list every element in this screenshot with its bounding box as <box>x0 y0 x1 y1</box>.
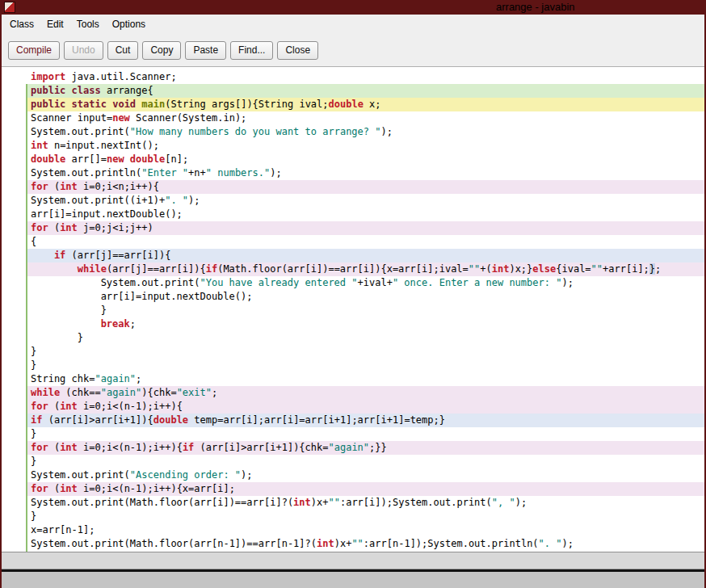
status-bar <box>2 552 704 588</box>
code-token-pl: ( <box>48 222 60 233</box>
code-line-27[interactable]: } <box>27 427 704 441</box>
code-token-kw: int <box>293 497 311 508</box>
cut-button[interactable]: Cut <box>107 41 139 60</box>
menu-options[interactable]: Options <box>106 17 152 32</box>
code-token-pl: System.out.print(Math.floor(arr[i])==arr… <box>31 497 293 508</box>
code-line-4[interactable]: Scanner input=new Scanner(System.in); <box>27 111 704 125</box>
code-token-pl: {ival= <box>556 263 590 275</box>
code-token-str: "You have already entered " <box>200 277 357 288</box>
code-line-15[interactable]: while(arr[j]==arr[i]){if(Math.floor(arr[… <box>27 262 704 276</box>
code-token-pl: arr[i]=input.nextDouble(); <box>31 208 183 220</box>
paste-button[interactable]: Paste <box>185 41 226 60</box>
compile-button[interactable]: Compile <box>8 41 60 60</box>
code-line-3[interactable]: public static void main(String args[]){S… <box>27 98 704 111</box>
code-token-str: "again" <box>329 442 370 453</box>
code-token-pl: (arr[i]>arr[i+1]){chk= <box>194 442 328 453</box>
code-token-pl: ); <box>241 469 252 481</box>
code-line-13[interactable]: { <box>27 235 704 249</box>
code-line-25[interactable]: for (int i=0;i<(n-1);i++){ <box>27 400 704 414</box>
code-token-pl: Scanner(System.in); <box>130 112 247 124</box>
code-line-12[interactable]: for (int j=0;j<i;j++) <box>27 221 704 235</box>
code-line-33[interactable]: } <box>27 510 704 523</box>
code-line-31[interactable]: for (int i=0;i<(n-1);i++){x=arr[i]; <box>27 482 704 496</box>
code-token-kw: while <box>78 263 107 275</box>
code-token-kw: new <box>107 153 124 165</box>
code-line-21[interactable]: } <box>27 345 704 359</box>
code-line-9[interactable]: for (int i=0;i<n;i++){ <box>27 180 704 194</box>
code-token-pl: ); <box>561 277 573 288</box>
code-line-6[interactable]: int n=input.nextInt(); <box>27 139 704 153</box>
code-token-pl: (chk== <box>60 387 101 398</box>
code-line-5[interactable]: System.out.print("How many numbers do yo… <box>27 125 704 139</box>
code-token-pl: arr[]= <box>65 153 107 165</box>
close-button[interactable]: Close <box>277 41 318 60</box>
code-token-pl: (String args[]){String ival; <box>165 99 328 110</box>
window-icon[interactable] <box>4 2 15 13</box>
code-token-pl <box>65 85 71 96</box>
code-token-pl: (arr[j]==arr[i]){ <box>65 250 170 261</box>
code-token-pl: [n]; <box>165 153 188 165</box>
menu-bar: ClassEditToolsOptions <box>2 15 704 34</box>
code-line-8[interactable]: System.out.println("Enter "+n+" numbers.… <box>27 166 704 180</box>
code-token-pl: +( <box>480 263 491 275</box>
code-line-7[interactable]: double arr[]=new double[n]; <box>27 153 704 166</box>
code-token-kw: for <box>31 483 48 494</box>
title-bar[interactable]: arrange - javabin <box>2 0 704 15</box>
code-token-kw: while <box>31 387 60 398</box>
code-line-17[interactable]: arr[i]=input.nextDouble(); <box>27 290 704 304</box>
copy-button[interactable]: Copy <box>142 41 181 60</box>
code-token-kw: if <box>31 414 42 426</box>
code-line-10[interactable]: System.out.print((i+1)+". "); <box>27 194 704 208</box>
code-token-str: ", " <box>492 497 515 508</box>
code-token-str: ". " <box>165 195 188 206</box>
window-title: arrange - javabin <box>496 1 575 13</box>
code-line-34[interactable]: x=arr[n-1]; <box>27 523 704 537</box>
code-token-pl: ); <box>381 126 393 137</box>
code-token-pl: )x+ <box>334 538 352 549</box>
code-line-14[interactable]: if (arr[j]==arr[i]){ <box>27 249 704 262</box>
menu-tools[interactable]: Tools <box>70 17 106 32</box>
code-line-24[interactable]: while (chk=="again"){chk="exit"; <box>27 386 704 400</box>
code-line-22[interactable]: } <box>27 359 704 372</box>
undo-button[interactable]: Undo <box>64 41 103 60</box>
code-token-kw: int <box>60 483 78 494</box>
find-button[interactable]: Find... <box>230 41 273 60</box>
code-line-26[interactable]: if (arr[i]>arr[i+1]){double temp=arr[i];… <box>27 414 704 427</box>
code-line-30[interactable]: System.out.print("Ascending order: "); <box>27 468 704 482</box>
code-token-pl: ( <box>48 483 60 494</box>
code-token-pl: i=0;i<n;i++){ <box>78 181 159 192</box>
code-token-pl: } <box>101 304 107 316</box>
code-token-str: "Enter " <box>141 167 188 178</box>
code-line-16[interactable]: System.out.print("You have already enter… <box>27 276 704 290</box>
code-line-35[interactable]: System.out.print(Math.floor(arr[n-1])==a… <box>27 537 704 551</box>
code-token-pl: } <box>31 359 36 371</box>
menu-class[interactable]: Class <box>3 17 40 32</box>
code-token-pl: (arr[i]>arr[i+1]){ <box>42 414 153 426</box>
code-line-20[interactable]: } <box>27 331 704 345</box>
toolbar: CompileUndoCutCopyPasteFind...Close <box>2 34 704 66</box>
code-line-32[interactable]: System.out.print(Math.floor(arr[i])==arr… <box>27 496 704 510</box>
code-token-pl: System.out.print( <box>101 277 200 288</box>
code-line-18[interactable]: } <box>27 304 704 317</box>
code-token-pl: } <box>31 510 36 522</box>
menu-edit[interactable]: Edit <box>40 17 70 32</box>
code-token-pl: +arr[i]; <box>603 263 649 275</box>
code-token-pl: ; <box>130 318 136 330</box>
code-line-28[interactable]: for (int i=0;i<(n-1);i++){if (arr[i]>arr… <box>27 441 704 455</box>
code-token-pl: ){chk= <box>141 387 176 398</box>
code-token-pl: (Math.floor(arr[i])==arr[i]){x=arr[i];iv… <box>217 263 469 275</box>
code-line-19[interactable]: break; <box>27 317 704 331</box>
code-token-pl: :arr[i]);System.out.print( <box>340 497 492 508</box>
code-line-2[interactable]: public class arrange{ <box>27 84 704 98</box>
code-line-11[interactable]: arr[i]=input.nextDouble(); <box>27 208 704 221</box>
code-token-pl: +n+ <box>188 167 206 178</box>
code-token-kw: new <box>112 112 130 124</box>
code-token-pl: j=0;j<i;j++) <box>78 222 153 233</box>
code-line-23[interactable]: String chk="again"; <box>27 372 704 386</box>
code-token-str: "How many numbers do you want to arrange… <box>130 126 381 137</box>
code-line-29[interactable]: } <box>27 455 704 468</box>
code-token-pl: System.out.print(Math.floor(arr[n-1])==a… <box>31 538 317 549</box>
code-line-1[interactable]: import java.util.Scanner; <box>27 70 704 84</box>
code-token-str: ". " <box>539 538 562 549</box>
code-editor[interactable]: import java.util.Scanner;public class ar… <box>2 66 704 552</box>
